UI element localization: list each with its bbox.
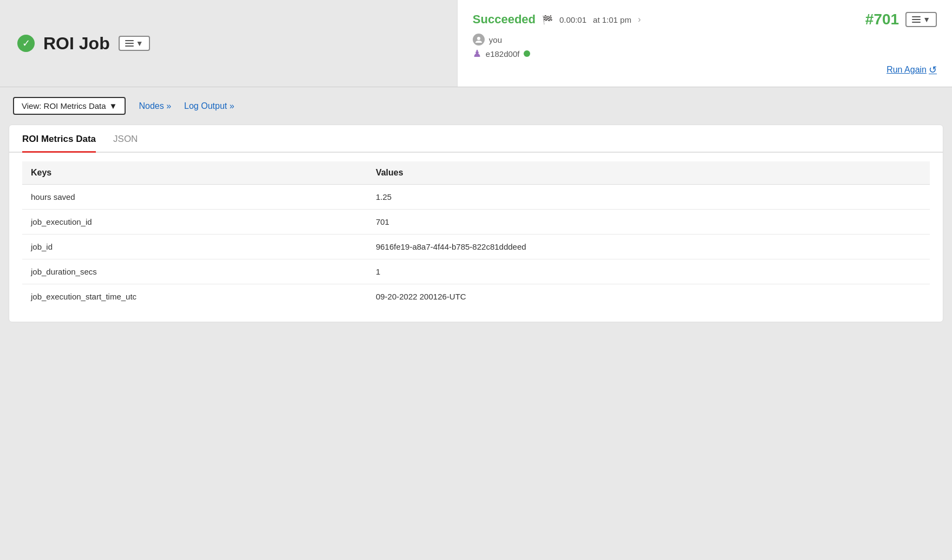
main-card: ROI Metrics Data JSON Keys Values hours … xyxy=(9,125,943,322)
table-row: job_execution_start_time_utc09-20-2022 2… xyxy=(22,284,930,309)
cell-key: job_id xyxy=(22,235,367,259)
job-menu-button[interactable]: ▼ xyxy=(119,36,150,51)
view-label: View: ROI Metrics Data xyxy=(22,101,106,110)
run-menu-chevron: ▼ xyxy=(923,15,930,24)
job-title: ROI Job xyxy=(43,34,110,54)
svg-point-0 xyxy=(477,37,480,40)
arrow-icon: › xyxy=(638,15,641,24)
at-text: at 1:01 pm xyxy=(593,15,631,24)
cell-value: 1 xyxy=(367,259,930,284)
duration-text: 0.00:01 xyxy=(559,15,586,24)
run-again-icon: ↺ xyxy=(929,64,937,76)
hamburger-icon xyxy=(125,40,134,47)
tab-roi-metrics[interactable]: ROI Metrics Data xyxy=(22,134,96,153)
flag-icon: 🏁 xyxy=(542,15,553,25)
table-row: hours saved1.25 xyxy=(22,185,930,210)
cell-key: job_duration_secs xyxy=(22,259,367,284)
cell-value: 09-20-2022 200126-UTC xyxy=(367,284,930,309)
cell-value: 9616fe19-a8a7-4f44-b785-822c81dddeed xyxy=(367,235,930,259)
table-row: job_id9616fe19-a8a7-4f44-b785-822c81ddde… xyxy=(22,235,930,259)
cell-value: 701 xyxy=(367,210,930,235)
agent-icon: ♟ xyxy=(473,48,481,60)
table-container: Keys Values hours saved1.25job_execution… xyxy=(9,153,943,322)
nodes-link[interactable]: Nodes » xyxy=(139,101,171,111)
online-indicator xyxy=(524,50,530,57)
user-avatar-icon xyxy=(473,34,485,45)
toolbar: View: ROI Metrics Data ▼ Nodes » Log Out… xyxy=(0,87,952,125)
table-header-row: Keys Values xyxy=(22,161,930,185)
job-status-section: Succeeded 🏁 0.00:01 at 1:01 pm › #701 ▼ xyxy=(457,0,952,87)
run-again-link[interactable]: Run Again ↺ xyxy=(886,64,937,76)
table-row: job_execution_id701 xyxy=(22,210,930,235)
menu-chevron: ▼ xyxy=(136,39,144,48)
status-label: Succeeded xyxy=(473,12,536,27)
run-menu-button[interactable]: ▼ xyxy=(905,12,937,27)
table-row: job_duration_secs1 xyxy=(22,259,930,284)
job-number: #701 xyxy=(865,11,899,28)
cell-value: 1.25 xyxy=(367,185,930,210)
tab-json[interactable]: JSON xyxy=(113,134,138,153)
job-title-section: ✓ ROI Job ▼ xyxy=(0,0,457,87)
success-check-icon: ✓ xyxy=(17,35,35,52)
col-header-keys: Keys xyxy=(22,161,367,185)
view-chevron-icon: ▼ xyxy=(109,101,118,110)
log-output-link[interactable]: Log Output » xyxy=(184,101,234,111)
run-hamburger-icon xyxy=(912,16,921,23)
cell-key: hours saved xyxy=(22,185,367,210)
metrics-table: Keys Values hours saved1.25job_execution… xyxy=(22,161,930,309)
agent-label: e182d00f xyxy=(486,49,520,58)
view-dropdown-button[interactable]: View: ROI Metrics Data ▼ xyxy=(13,97,126,115)
tabs-row: ROI Metrics Data JSON xyxy=(9,125,943,153)
col-header-values: Values xyxy=(367,161,930,185)
cell-key: job_execution_id xyxy=(22,210,367,235)
cell-key: job_execution_start_time_utc xyxy=(22,284,367,309)
user-label: you xyxy=(489,35,502,44)
